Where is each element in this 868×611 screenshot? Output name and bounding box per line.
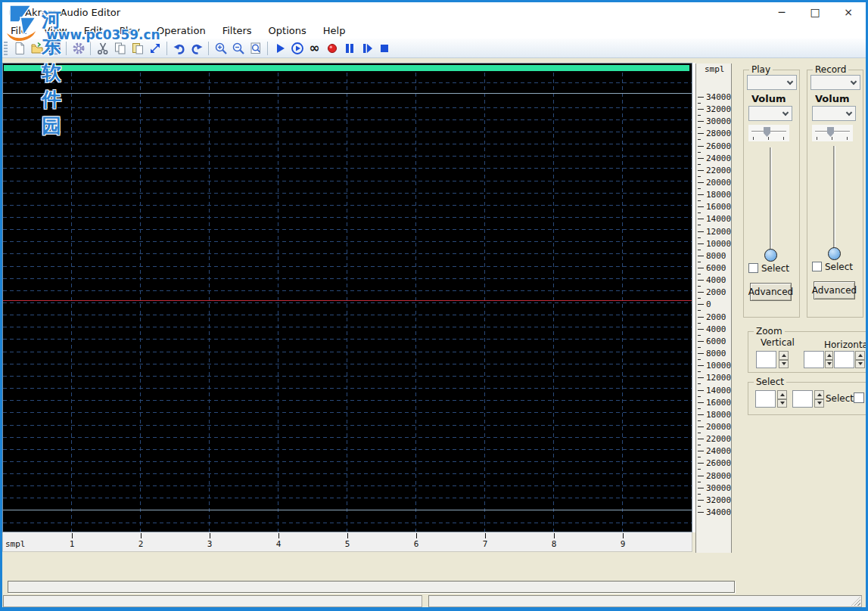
spin-down-button[interactable]	[777, 399, 787, 408]
spin-down-button[interactable]	[779, 360, 789, 369]
select-start-spinner	[777, 390, 787, 408]
toolbar-grip[interactable]	[4, 42, 8, 55]
time-axis: smpl123456789	[2, 532, 692, 552]
menu-item-file[interactable]: File	[2, 23, 36, 38]
zoom-horizontal-input-1[interactable]	[804, 351, 824, 368]
grid-hline	[3, 485, 692, 486]
scale-tick-label: 14000	[706, 386, 731, 395]
spin-up-button[interactable]	[825, 351, 833, 360]
scale-tick-label: 12000	[706, 373, 731, 383]
loop-icon[interactable]: ∞	[306, 39, 323, 57]
select-group: Select Select	[748, 382, 866, 415]
record-volume-device-select[interactable]	[812, 106, 856, 121]
play-volume-slider[interactable]	[770, 147, 772, 250]
spin-up-button[interactable]	[855, 351, 865, 360]
play-volume-knob[interactable]	[764, 249, 777, 262]
menu-item-help[interactable]: Help	[315, 23, 354, 38]
copy-icon[interactable]	[111, 39, 129, 57]
undo-icon[interactable]	[170, 39, 188, 57]
scale-major-tick	[698, 194, 704, 195]
scale-minor-tick	[698, 323, 701, 324]
zoom-fit-icon[interactable]	[247, 39, 264, 57]
play-balance-thumb[interactable]	[764, 127, 770, 137]
scale-minor-tick	[698, 200, 701, 201]
select-start-input[interactable]	[755, 390, 776, 408]
scale-major-tick	[698, 377, 704, 378]
menu-item-operation[interactable]: Operation	[148, 23, 214, 38]
scale-major-tick	[698, 353, 704, 354]
open-file-icon[interactable]	[28, 39, 45, 57]
triangle-down-icon	[858, 362, 863, 365]
amplitude-limit-line-bottom	[3, 510, 692, 510]
record-advanced-button[interactable]: Advanced	[814, 281, 855, 299]
grid-hline	[3, 290, 692, 291]
play-device-select[interactable]	[747, 75, 797, 90]
record-volume-knob[interactable]	[828, 247, 841, 260]
scale-tick-label: 6000	[706, 337, 726, 346]
scale-minor-tick	[698, 457, 701, 457]
zoom-horizontal-spinner-1	[825, 351, 833, 368]
resize-grip[interactable]	[851, 597, 860, 606]
minimize-button[interactable]: ─	[770, 4, 793, 20]
settings-gear-icon[interactable]	[70, 39, 87, 57]
select-group-title: Select	[754, 377, 786, 387]
save-icon[interactable]	[45, 39, 63, 57]
spin-down-button[interactable]	[814, 399, 824, 408]
play-select-checkbox[interactable]	[748, 263, 758, 273]
record-device-select[interactable]	[810, 75, 860, 90]
app-window: Akram Audio Editor ─ □ × FileViewEditPla…	[0, 0, 868, 611]
close-button[interactable]: ×	[837, 4, 860, 20]
menu-item-view[interactable]: View	[36, 23, 76, 38]
zoom-in-icon[interactable]	[212, 39, 229, 57]
select-end-input[interactable]	[792, 390, 813, 408]
pause-icon[interactable]	[341, 39, 358, 57]
zoom-horizontal-input-2[interactable]	[834, 351, 854, 368]
paste-icon[interactable]	[129, 39, 146, 57]
scale-minor-tick	[698, 212, 701, 213]
play-volume-device-select[interactable]	[748, 106, 792, 121]
scale-tick-label: 4000	[706, 324, 726, 334]
cut-icon[interactable]	[94, 39, 111, 57]
selection-bar[interactable]	[4, 65, 689, 71]
spin-up-button[interactable]	[779, 351, 789, 360]
menu-item-play[interactable]: Play	[111, 23, 148, 38]
record-balance-thumb[interactable]	[827, 127, 834, 137]
menu-item-options[interactable]: Options	[260, 23, 315, 38]
play-icon[interactable]	[271, 39, 288, 57]
record-icon[interactable]	[323, 39, 341, 57]
record-balance-slider[interactable]	[812, 125, 853, 141]
scale-major-tick	[698, 219, 704, 219]
play-all-icon[interactable]	[288, 39, 306, 57]
stop-icon[interactable]	[375, 39, 393, 57]
scale-minor-tick	[698, 176, 701, 177]
resize-arrows-icon[interactable]	[146, 39, 163, 57]
zoom-vertical-input[interactable]	[756, 351, 776, 368]
play-to-end-icon[interactable]	[358, 39, 375, 57]
waveform-display[interactable]	[2, 63, 692, 532]
select-checkbox[interactable]	[854, 392, 864, 403]
scale-major-tick	[698, 512, 704, 513]
new-file-icon[interactable]	[11, 39, 28, 57]
spin-up-button[interactable]	[777, 390, 787, 399]
record-volume-slider[interactable]	[833, 146, 835, 249]
play-balance-slider[interactable]	[748, 125, 789, 141]
play-select-label: Select	[761, 263, 789, 274]
zoom-out-icon[interactable]	[229, 39, 247, 57]
zoom-vertical-label: Vertical	[761, 337, 795, 348]
scale-major-tick	[698, 329, 704, 330]
menu-item-filters[interactable]: Filters	[214, 23, 260, 38]
record-select-checkbox[interactable]	[812, 262, 822, 271]
scale-minor-tick	[698, 383, 701, 384]
scale-minor-tick	[698, 298, 701, 299]
scale-tick-label: 12000	[706, 227, 731, 237]
redo-icon[interactable]	[188, 39, 205, 57]
maximize-button[interactable]: □	[804, 4, 826, 20]
play-advanced-button[interactable]: Advanced	[750, 283, 792, 301]
spin-down-button[interactable]	[825, 360, 833, 369]
scale-minor-tick	[698, 237, 701, 238]
grid-hline	[3, 498, 692, 498]
spin-up-button[interactable]	[814, 390, 824, 399]
scale-major-tick	[698, 402, 704, 403]
spin-down-button[interactable]	[855, 360, 865, 369]
menu-item-edit[interactable]: Edit	[76, 23, 111, 38]
